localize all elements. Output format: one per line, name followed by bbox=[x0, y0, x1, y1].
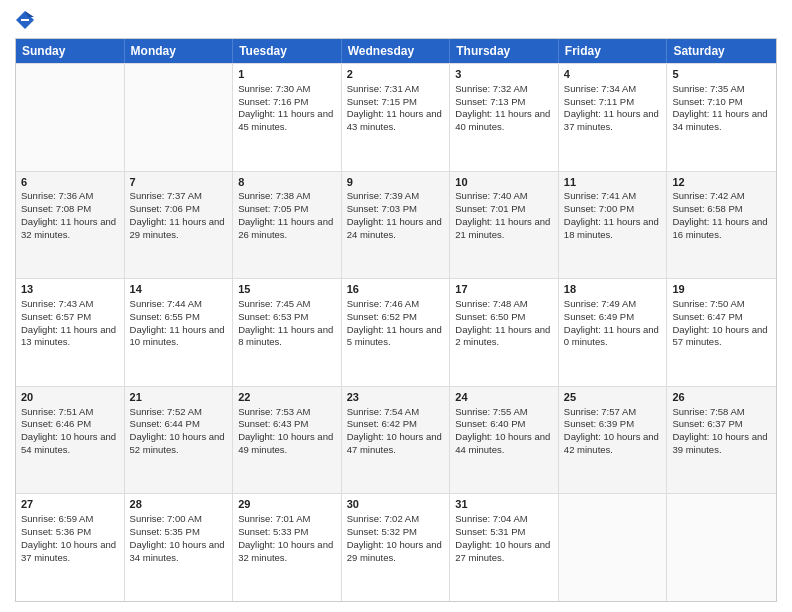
daylight-text: Daylight: 10 hours and 37 minutes. bbox=[21, 539, 119, 565]
day-cell: 24Sunrise: 7:55 AMSunset: 6:40 PMDayligh… bbox=[450, 387, 559, 494]
day-number: 2 bbox=[347, 67, 445, 82]
sunrise-text: Sunrise: 7:57 AM bbox=[564, 406, 662, 419]
sunrise-text: Sunrise: 7:34 AM bbox=[564, 83, 662, 96]
sunset-text: Sunset: 7:11 PM bbox=[564, 96, 662, 109]
sunset-text: Sunset: 5:33 PM bbox=[238, 526, 336, 539]
sunrise-text: Sunrise: 7:58 AM bbox=[672, 406, 771, 419]
weekday-header: Sunday bbox=[16, 39, 125, 63]
daylight-text: Daylight: 10 hours and 49 minutes. bbox=[238, 431, 336, 457]
daylight-text: Daylight: 10 hours and 27 minutes. bbox=[455, 539, 553, 565]
day-cell: 16Sunrise: 7:46 AMSunset: 6:52 PMDayligh… bbox=[342, 279, 451, 386]
sunset-text: Sunset: 5:35 PM bbox=[130, 526, 228, 539]
sunrise-text: Sunrise: 7:50 AM bbox=[672, 298, 771, 311]
sunrise-text: Sunrise: 6:59 AM bbox=[21, 513, 119, 526]
sunset-text: Sunset: 6:46 PM bbox=[21, 418, 119, 431]
day-cell: 6Sunrise: 7:36 AMSunset: 7:08 PMDaylight… bbox=[16, 172, 125, 279]
daylight-text: Daylight: 10 hours and 29 minutes. bbox=[347, 539, 445, 565]
sunset-text: Sunset: 5:36 PM bbox=[21, 526, 119, 539]
sunrise-text: Sunrise: 7:51 AM bbox=[21, 406, 119, 419]
sunrise-text: Sunrise: 7:41 AM bbox=[564, 190, 662, 203]
daylight-text: Daylight: 10 hours and 57 minutes. bbox=[672, 324, 771, 350]
header bbox=[15, 10, 777, 30]
day-cell: 4Sunrise: 7:34 AMSunset: 7:11 PMDaylight… bbox=[559, 64, 668, 171]
day-cell: 17Sunrise: 7:48 AMSunset: 6:50 PMDayligh… bbox=[450, 279, 559, 386]
sunset-text: Sunset: 7:08 PM bbox=[21, 203, 119, 216]
sunset-text: Sunset: 6:57 PM bbox=[21, 311, 119, 324]
sunset-text: Sunset: 7:16 PM bbox=[238, 96, 336, 109]
sunrise-text: Sunrise: 7:01 AM bbox=[238, 513, 336, 526]
day-cell: 7Sunrise: 7:37 AMSunset: 7:06 PMDaylight… bbox=[125, 172, 234, 279]
day-number: 16 bbox=[347, 282, 445, 297]
sunset-text: Sunset: 6:58 PM bbox=[672, 203, 771, 216]
day-cell: 28Sunrise: 7:00 AMSunset: 5:35 PMDayligh… bbox=[125, 494, 234, 601]
day-number: 24 bbox=[455, 390, 553, 405]
calendar-page: SundayMondayTuesdayWednesdayThursdayFrid… bbox=[0, 0, 792, 612]
sunrise-text: Sunrise: 7:31 AM bbox=[347, 83, 445, 96]
daylight-text: Daylight: 10 hours and 32 minutes. bbox=[238, 539, 336, 565]
calendar-row: 13Sunrise: 7:43 AMSunset: 6:57 PMDayligh… bbox=[16, 278, 776, 386]
weekday-header: Thursday bbox=[450, 39, 559, 63]
sunset-text: Sunset: 6:53 PM bbox=[238, 311, 336, 324]
calendar: SundayMondayTuesdayWednesdayThursdayFrid… bbox=[15, 38, 777, 602]
day-cell: 1Sunrise: 7:30 AMSunset: 7:16 PMDaylight… bbox=[233, 64, 342, 171]
day-number: 30 bbox=[347, 497, 445, 512]
day-number: 28 bbox=[130, 497, 228, 512]
day-number: 9 bbox=[347, 175, 445, 190]
day-number: 23 bbox=[347, 390, 445, 405]
sunrise-text: Sunrise: 7:53 AM bbox=[238, 406, 336, 419]
sunrise-text: Sunrise: 7:00 AM bbox=[130, 513, 228, 526]
weekday-header: Tuesday bbox=[233, 39, 342, 63]
daylight-text: Daylight: 11 hours and 0 minutes. bbox=[564, 324, 662, 350]
sunrise-text: Sunrise: 7:35 AM bbox=[672, 83, 771, 96]
day-cell: 10Sunrise: 7:40 AMSunset: 7:01 PMDayligh… bbox=[450, 172, 559, 279]
weekday-header: Friday bbox=[559, 39, 668, 63]
day-number: 25 bbox=[564, 390, 662, 405]
day-cell: 23Sunrise: 7:54 AMSunset: 6:42 PMDayligh… bbox=[342, 387, 451, 494]
sunset-text: Sunset: 7:13 PM bbox=[455, 96, 553, 109]
sunset-text: Sunset: 7:00 PM bbox=[564, 203, 662, 216]
sunset-text: Sunset: 7:05 PM bbox=[238, 203, 336, 216]
sunset-text: Sunset: 7:06 PM bbox=[130, 203, 228, 216]
sunrise-text: Sunrise: 7:30 AM bbox=[238, 83, 336, 96]
daylight-text: Daylight: 11 hours and 40 minutes. bbox=[455, 108, 553, 134]
daylight-text: Daylight: 11 hours and 34 minutes. bbox=[672, 108, 771, 134]
sunset-text: Sunset: 6:55 PM bbox=[130, 311, 228, 324]
daylight-text: Daylight: 11 hours and 37 minutes. bbox=[564, 108, 662, 134]
day-number: 10 bbox=[455, 175, 553, 190]
day-cell: 3Sunrise: 7:32 AMSunset: 7:13 PMDaylight… bbox=[450, 64, 559, 171]
logo-icon bbox=[15, 10, 35, 30]
day-cell: 25Sunrise: 7:57 AMSunset: 6:39 PMDayligh… bbox=[559, 387, 668, 494]
day-number: 21 bbox=[130, 390, 228, 405]
day-cell: 26Sunrise: 7:58 AMSunset: 6:37 PMDayligh… bbox=[667, 387, 776, 494]
day-cell: 20Sunrise: 7:51 AMSunset: 6:46 PMDayligh… bbox=[16, 387, 125, 494]
day-cell: 22Sunrise: 7:53 AMSunset: 6:43 PMDayligh… bbox=[233, 387, 342, 494]
day-cell: 19Sunrise: 7:50 AMSunset: 6:47 PMDayligh… bbox=[667, 279, 776, 386]
sunset-text: Sunset: 7:15 PM bbox=[347, 96, 445, 109]
sunrise-text: Sunrise: 7:40 AM bbox=[455, 190, 553, 203]
day-number: 15 bbox=[238, 282, 336, 297]
daylight-text: Daylight: 11 hours and 32 minutes. bbox=[21, 216, 119, 242]
day-number: 26 bbox=[672, 390, 771, 405]
calendar-row: 20Sunrise: 7:51 AMSunset: 6:46 PMDayligh… bbox=[16, 386, 776, 494]
day-number: 19 bbox=[672, 282, 771, 297]
svg-rect-2 bbox=[21, 19, 29, 21]
day-cell: 12Sunrise: 7:42 AMSunset: 6:58 PMDayligh… bbox=[667, 172, 776, 279]
day-cell: 8Sunrise: 7:38 AMSunset: 7:05 PMDaylight… bbox=[233, 172, 342, 279]
daylight-text: Daylight: 10 hours and 47 minutes. bbox=[347, 431, 445, 457]
daylight-text: Daylight: 11 hours and 43 minutes. bbox=[347, 108, 445, 134]
daylight-text: Daylight: 10 hours and 54 minutes. bbox=[21, 431, 119, 457]
sunrise-text: Sunrise: 7:43 AM bbox=[21, 298, 119, 311]
sunrise-text: Sunrise: 7:54 AM bbox=[347, 406, 445, 419]
sunrise-text: Sunrise: 7:38 AM bbox=[238, 190, 336, 203]
sunset-text: Sunset: 6:40 PM bbox=[455, 418, 553, 431]
sunset-text: Sunset: 6:39 PM bbox=[564, 418, 662, 431]
day-cell: 5Sunrise: 7:35 AMSunset: 7:10 PMDaylight… bbox=[667, 64, 776, 171]
day-cell: 11Sunrise: 7:41 AMSunset: 7:00 PMDayligh… bbox=[559, 172, 668, 279]
sunset-text: Sunset: 6:44 PM bbox=[130, 418, 228, 431]
day-cell: 31Sunrise: 7:04 AMSunset: 5:31 PMDayligh… bbox=[450, 494, 559, 601]
day-cell: 13Sunrise: 7:43 AMSunset: 6:57 PMDayligh… bbox=[16, 279, 125, 386]
sunrise-text: Sunrise: 7:32 AM bbox=[455, 83, 553, 96]
day-number: 1 bbox=[238, 67, 336, 82]
daylight-text: Daylight: 10 hours and 34 minutes. bbox=[130, 539, 228, 565]
daylight-text: Daylight: 11 hours and 29 minutes. bbox=[130, 216, 228, 242]
